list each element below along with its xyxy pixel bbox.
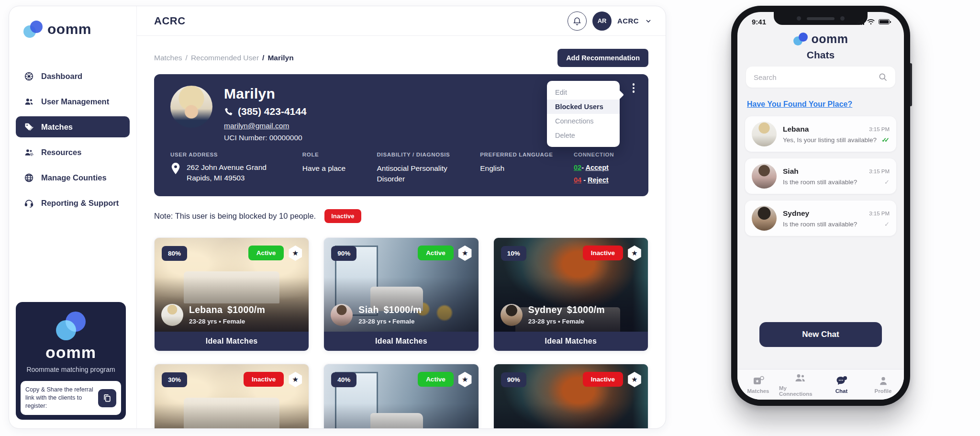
- sidebar-nav: Dashboard User Management Matches Resour…: [9, 66, 136, 213]
- account-avatar[interactable]: AR: [592, 11, 612, 31]
- check-icon: ✓: [884, 221, 890, 228]
- menu-item-connections[interactable]: Connections: [547, 114, 620, 128]
- sidebar-item-label: User Management: [41, 97, 109, 106]
- battery-icon: [879, 19, 890, 24]
- chat-item-siah[interactable]: Siah 3:15 PM Is the room still available…: [745, 158, 896, 194]
- chat-item-sydney[interactable]: Sydney 3:15 PM Is the room still availab…: [745, 201, 896, 236]
- star-seal-icon[interactable]: ★: [457, 372, 473, 387]
- nav-item-profile[interactable]: Profile: [862, 369, 904, 400]
- room-photo: 90% Active ★ Siah$1000/m 23-28 yrs • Fem…: [324, 238, 478, 332]
- notifications-button[interactable]: [568, 11, 587, 31]
- user-phone: (385) 423-4144: [238, 106, 307, 117]
- sidebar-item-manage-counties[interactable]: Manage Counties: [16, 167, 130, 188]
- check-icon: ✓: [884, 179, 890, 186]
- chat-name: Lebana: [783, 125, 809, 134]
- star-seal-icon[interactable]: ★: [288, 246, 303, 261]
- dashboard-icon: [24, 71, 34, 81]
- reject-link[interactable]: Reject: [588, 176, 609, 184]
- user-name: Marilyn: [224, 86, 307, 102]
- oomm-logo-icon: [23, 21, 43, 38]
- chat-list: Lebana 3:15 PM Yes, Is your listing stil…: [745, 116, 896, 236]
- sidebar-item-dashboard[interactable]: Dashboard: [16, 66, 130, 87]
- page-title: ACRC: [154, 15, 186, 27]
- match-percent-badge: 90%: [501, 372, 526, 387]
- match-card-lebana-80[interactable]: 80% Active ★ Lebana$1000/m 23-28 yrs • F…: [154, 237, 309, 351]
- nav-item-my-connections[interactable]: My Connections: [779, 369, 821, 400]
- avatar: [752, 206, 777, 231]
- user-address-value: 262 John Avenue Grand Rapids, MI 49503: [187, 162, 273, 184]
- match-card-sydney-10[interactable]: 10% Inactive ★ Sydney$1000/m 23-28 yrs •…: [493, 237, 648, 351]
- sidebar-item-user-management[interactable]: User Management: [16, 91, 130, 112]
- match-name: Sydney: [528, 304, 562, 315]
- match-card-siah-40[interactable]: 40% Active ★ Siah$1000/m 23-28 yrs • Fem…: [323, 364, 479, 428]
- match-card-sydney-90[interactable]: 90% Inactive ★ Sydney$1000/m 23-28 yrs •…: [493, 364, 648, 428]
- match-meta: 23-28 yrs • Female: [189, 318, 265, 325]
- chat-time: 3:15 PM: [869, 168, 890, 174]
- star-seal-icon[interactable]: ★: [288, 372, 303, 387]
- sidebar-item-label: Dashboard: [41, 72, 82, 81]
- add-recommendation-button[interactable]: Add Recommendation: [557, 49, 648, 67]
- top-bar: ACRC AR ACRC: [137, 6, 666, 36]
- room-photo: 40% Active ★ Siah$1000/m 23-28 yrs • Fem…: [324, 364, 478, 428]
- sidebar-item-reporting-support[interactable]: Reporting & Support: [16, 192, 130, 213]
- chat-time: 3:15 PM: [869, 126, 890, 132]
- oomm-logo-icon: [793, 33, 808, 45]
- account-name: ACRC: [617, 17, 639, 25]
- profile-icon: [878, 376, 889, 386]
- chat-item-lebana[interactable]: Lebana 3:15 PM Yes, Is your listing stil…: [745, 116, 896, 152]
- users-icon: [24, 97, 34, 107]
- status-bar: 9:41: [737, 18, 904, 26]
- nav-item-matches[interactable]: Matches: [737, 369, 779, 400]
- chevron-down-icon[interactable]: [645, 17, 652, 25]
- match-percent-badge: 90%: [331, 246, 356, 261]
- menu-item-edit[interactable]: Edit: [547, 85, 620, 100]
- header-actions: AR ACRC: [568, 11, 652, 31]
- breadcrumb-recommended-user[interactable]: Recommended User: [191, 54, 259, 62]
- chat-message: Is the room still available?: [783, 221, 857, 228]
- status-badge: Active: [418, 246, 454, 260]
- sidebar-item-matches[interactable]: Matches: [16, 116, 130, 137]
- search-input[interactable]: [754, 73, 878, 81]
- avatar: [161, 304, 183, 326]
- nav-item-chat[interactable]: Chat: [821, 369, 862, 400]
- match-card-lebana-30[interactable]: 30% Inactive ★ Lebana$1000/m 23-28 yrs •…: [154, 364, 309, 428]
- breadcrumb-current: Marilyn: [267, 54, 293, 62]
- match-name: Lebana: [189, 304, 223, 315]
- match-cards-grid: 80% Active ★ Lebana$1000/m 23-28 yrs • F…: [154, 237, 648, 428]
- phone-icon: [224, 107, 233, 116]
- main-area: ACRC AR ACRC Matches / Recommended User …: [136, 6, 666, 428]
- found-your-place-link[interactable]: Have You Found Your Place?: [747, 100, 852, 109]
- avatar: [501, 304, 523, 326]
- status-badge: Inactive: [583, 372, 623, 387]
- user-email-link[interactable]: marilyn@gmail.com: [224, 122, 289, 130]
- field-disability: DISABILITY / DIAGNOSIS Antisocial Person…: [377, 152, 468, 186]
- copy-link-button[interactable]: [98, 389, 116, 407]
- status-time: 9:41: [752, 18, 766, 26]
- match-card-siah-90[interactable]: 90% Active ★ Siah$1000/m 23-28 yrs • Fem…: [323, 237, 479, 351]
- avatar: [331, 304, 353, 326]
- chat-name: Siah: [783, 167, 799, 176]
- signal-icon: [857, 19, 865, 25]
- accept-link[interactable]: Accept: [585, 164, 608, 171]
- match-percent-badge: 30%: [162, 372, 187, 387]
- match-price: $1000/m: [384, 304, 422, 315]
- kebab-menu-button[interactable]: [628, 82, 639, 94]
- chat-message: Is the room still available?: [783, 179, 857, 186]
- star-seal-icon[interactable]: ★: [457, 246, 473, 261]
- match-name: Siah: [358, 304, 379, 315]
- star-seal-icon[interactable]: ★: [627, 246, 642, 261]
- menu-item-blocked-users[interactable]: Blocked Users: [547, 100, 620, 114]
- menu-item-delete[interactable]: Delete: [547, 128, 620, 143]
- oomm-logo-icon: [55, 312, 87, 340]
- star-seal-icon[interactable]: ★: [627, 372, 642, 387]
- breadcrumb-matches[interactable]: Matches: [154, 54, 182, 62]
- brand-name: oomm: [47, 21, 91, 37]
- ideal-matches-footer[interactable]: Ideal Matches: [155, 332, 309, 351]
- promo-tagline: Roommate matching program: [21, 366, 121, 373]
- ideal-matches-footer[interactable]: Ideal Matches: [494, 332, 648, 351]
- connections-icon: [794, 373, 806, 383]
- ideal-matches-footer[interactable]: Ideal Matches: [324, 332, 478, 351]
- new-chat-button[interactable]: New Chat: [759, 322, 882, 347]
- sidebar-item-resources[interactable]: Resources: [16, 142, 130, 163]
- room-photo: 10% Inactive ★ Sydney$1000/m 23-28 yrs •…: [494, 238, 648, 332]
